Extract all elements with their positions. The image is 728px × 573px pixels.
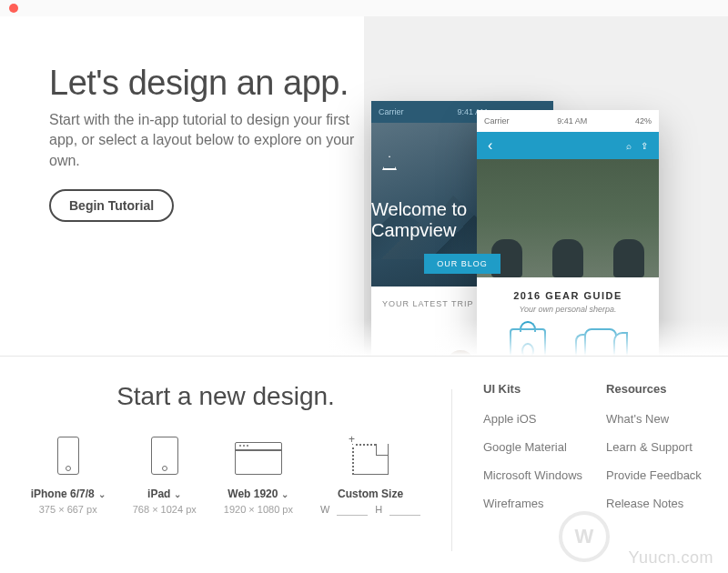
preset-dim: 375 × 667 px — [39, 504, 97, 515]
new-design-title: Start a new design. — [0, 382, 451, 411]
avatar — [444, 348, 477, 357]
browser-icon — [235, 442, 282, 475]
height-label: H — [375, 504, 382, 516]
preset-custom[interactable]: + Custom Size W H — [320, 437, 420, 516]
bottom-section: Start a new design. iPhone 6/7/8⌄ 375 × … — [0, 357, 728, 573]
link-provide-feedback[interactable]: Provide Feedback — [606, 468, 702, 482]
preset-label: iPhone 6/7/8 — [31, 488, 95, 500]
close-icon[interactable] — [9, 4, 18, 13]
link-whats-new[interactable]: What's New — [606, 412, 702, 426]
column-title: UI Kits — [483, 382, 582, 396]
jacket-icon — [575, 328, 626, 357]
status-carrier: Carrier — [484, 116, 510, 126]
watermark-badge: W — [559, 511, 610, 562]
hero-section: Let's design an app. Start with the in-a… — [0, 16, 728, 357]
watermark-text: Yuucn.com — [628, 548, 713, 568]
hero-title: Let's design an app. — [49, 64, 359, 103]
custom-height-input[interactable] — [389, 504, 420, 516]
lantern-icon — [510, 328, 546, 357]
link-learn-support[interactable]: Learn & Support — [606, 440, 702, 454]
mock-gear-subtitle: Your own personal sherpa. — [477, 305, 659, 314]
preset-dim: 1920 × 1080 px — [224, 504, 293, 515]
preset-web[interactable]: Web 1920⌄ 1920 × 1080 px — [224, 437, 293, 516]
mock-blog-button: OUR BLOG — [424, 254, 500, 274]
link-google-material[interactable]: Google Material — [483, 440, 582, 454]
link-release-notes[interactable]: Release Notes — [606, 497, 702, 510]
chevron-down-icon: ⌄ — [98, 489, 106, 499]
preset-dim: 768 × 1024 px — [133, 504, 197, 515]
width-label: W — [320, 504, 329, 516]
link-wireframes[interactable]: Wireframes — [483, 497, 582, 510]
ipad-icon — [151, 437, 178, 475]
begin-tutorial-button[interactable]: Begin Tutorial — [49, 189, 174, 222]
preset-iphone[interactable]: iPhone 6/7/8⌄ 375 × 667 px — [31, 437, 106, 516]
chevron-down-icon: ⌄ — [281, 489, 288, 499]
back-icon: ‹ — [488, 137, 492, 154]
status-time: 9:41 AM — [557, 116, 587, 126]
custom-width-input[interactable] — [337, 504, 368, 516]
link-apple-ios[interactable]: Apple iOS — [483, 412, 582, 426]
preset-label: Web 1920 — [228, 488, 278, 500]
mock-welcome-text: Welcome to Campview — [371, 199, 553, 241]
titlebar — [0, 0, 728, 16]
status-carrier: Carrier — [379, 107, 404, 116]
preset-label: iPad — [147, 488, 170, 500]
chevron-down-icon: ⌄ — [174, 489, 181, 499]
preset-ipad[interactable]: iPad⌄ 768 × 1024 px — [133, 437, 197, 516]
preset-label: Custom Size — [338, 488, 403, 500]
iphone-icon — [57, 437, 79, 475]
mock-gear-title: 2016 GEAR GUIDE — [477, 290, 659, 301]
link-microsoft-windows[interactable]: Microsoft Windows — [483, 468, 582, 482]
hero-subtitle: Start with the in-app tutorial to design… — [49, 110, 359, 171]
search-icon: ⌕ — [626, 141, 632, 151]
column-title: Resources — [606, 382, 702, 396]
share-icon: ⇪ — [641, 141, 648, 151]
resources-column: Resources What's New Learn & Support Pro… — [606, 382, 702, 573]
custom-page-icon: + — [352, 444, 389, 475]
triangle-logo-icon — [382, 156, 397, 170]
status-battery: 42% — [635, 116, 652, 126]
